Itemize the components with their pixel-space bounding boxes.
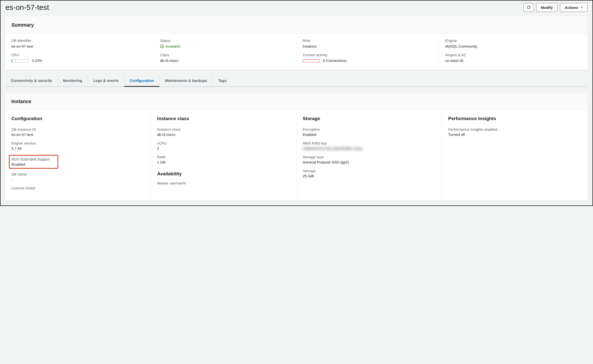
summary-col-3: Role Instance Current activity 0 Connect…: [296, 38, 439, 63]
modify-button[interactable]: Modify: [536, 3, 557, 12]
instance-header: Instance: [5, 93, 588, 110]
engine-value: MySQL Community: [445, 44, 576, 48]
activity-value-row: 0 Connections: [303, 58, 433, 63]
actions-button[interactable]: Actions ▼: [560, 3, 588, 12]
engine-version-label: Engine version: [11, 141, 145, 145]
rds-ext-support-label: RDS Extended Support: [12, 157, 56, 161]
db-instance-id-label: DB instance ID: [11, 127, 145, 131]
tab-monitoring[interactable]: Monitoring: [57, 75, 88, 87]
storage-type-value: General Purpose SSD (gp2): [303, 160, 436, 164]
cpu-value: 3.23%: [32, 58, 42, 63]
ram-value: 1 GB: [157, 160, 291, 164]
tab-configuration[interactable]: Configuration: [124, 75, 159, 87]
tab-connectivity[interactable]: Connectivity & security: [5, 75, 57, 87]
tab-tags[interactable]: Tags: [213, 75, 232, 87]
region-label: Region & AZ: [445, 53, 576, 57]
storage-column: Storage Encryption Enabled AWS KMS key r…: [296, 110, 442, 200]
header-actions: Modify Actions ▼: [523, 3, 588, 12]
caret-down-icon: ▼: [580, 6, 583, 9]
summary-header: Summary: [5, 16, 588, 34]
summary-col-2: Status Available Class db.t3.micro: [154, 38, 296, 63]
summary-panel: Summary DB identifier es-on-57-test CPU …: [5, 16, 588, 70]
cpu-value-row: 3.23%: [11, 58, 148, 63]
performance-column: Performance Insights Performance Insight…: [442, 110, 588, 200]
refresh-button[interactable]: [523, 3, 534, 12]
refresh-icon: [527, 5, 531, 9]
instance-class-label: Instance class: [157, 127, 291, 131]
class-label: Class: [160, 53, 291, 57]
storage-heading: Storage: [303, 116, 436, 121]
cpu-meter: [11, 59, 29, 62]
tabs: Connectivity & security Monitoring Logs …: [5, 75, 588, 87]
instance-class-value: db.t3.micro: [157, 132, 291, 137]
modify-label: Modify: [541, 5, 553, 10]
role-label: Role: [303, 38, 433, 43]
db-identifier-label: DB identifier: [11, 38, 148, 43]
status-ok-icon: [160, 44, 164, 48]
page-title: es-on-57-test: [5, 3, 49, 12]
actions-label: Actions: [565, 5, 578, 10]
kms-label: AWS KMS key: [303, 141, 436, 145]
pi-enabled-value: Turned off: [448, 132, 582, 137]
instance-class-column: Instance class Instance class db.t3.micr…: [151, 110, 296, 200]
summary-heading: Summary: [11, 22, 582, 28]
summary-col-4: Engine MySQL Community Region & AZ us-we…: [439, 38, 582, 63]
master-username-label: Master username: [157, 181, 291, 185]
activity-value: 0 Connections: [323, 58, 347, 63]
instance-heading: Instance: [11, 99, 582, 104]
status-label: Status: [160, 38, 291, 43]
storage-size-label: Storage: [303, 169, 436, 173]
kms-value: redacted-kms-key-placeholder-value: [303, 146, 436, 150]
activity-meter: [303, 59, 320, 62]
license-model-label: License model: [11, 186, 145, 190]
engine-version-value: 5.7.44: [11, 146, 145, 150]
status-value: Available: [166, 44, 181, 48]
status-value-row: Available: [160, 44, 291, 48]
ram-label: RAM: [157, 155, 291, 159]
instance-panel: Instance Configuration DB instance ID es…: [5, 93, 588, 200]
rds-extended-support-highlight: RDS Extended Support Enabled: [9, 155, 58, 169]
instance-class-heading: Instance class: [157, 116, 291, 121]
db-name-label: DB name: [11, 172, 145, 176]
role-value: Instance: [303, 44, 433, 48]
db-instance-id-value: es-on-57-test: [11, 132, 145, 137]
engine-label: Engine: [445, 38, 576, 43]
pi-enabled-label: Performance Insights enabled: [448, 127, 582, 131]
performance-heading: Performance Insights: [448, 116, 582, 121]
vcpu-value: 2: [157, 146, 291, 150]
db-name-value: -: [11, 177, 145, 182]
cpu-label: CPU: [11, 53, 148, 57]
availability-heading: Availability: [157, 171, 291, 177]
encryption-value: Enabled: [303, 132, 436, 137]
summary-col-1: DB identifier es-on-57-test CPU 3.23%: [11, 38, 154, 63]
activity-label: Current activity: [303, 53, 433, 57]
db-identifier-value: es-on-57-test: [11, 44, 148, 48]
storage-type-label: Storage type: [303, 155, 436, 159]
class-value: db.t3.micro: [160, 58, 291, 63]
tab-maintenance[interactable]: Maintenance & backups: [159, 75, 213, 87]
rds-ext-support-value: Enabled: [12, 162, 56, 166]
configuration-column: Configuration DB instance ID es-on-57-te…: [5, 110, 151, 200]
encryption-label: Encryption: [303, 127, 436, 131]
configuration-heading: Configuration: [11, 116, 145, 121]
tab-logs-events[interactable]: Logs & events: [88, 75, 124, 87]
storage-size-value: 25 GiB: [303, 174, 436, 178]
vcpu-label: vCPU: [157, 141, 291, 145]
region-value: us-west-2b: [445, 58, 576, 63]
